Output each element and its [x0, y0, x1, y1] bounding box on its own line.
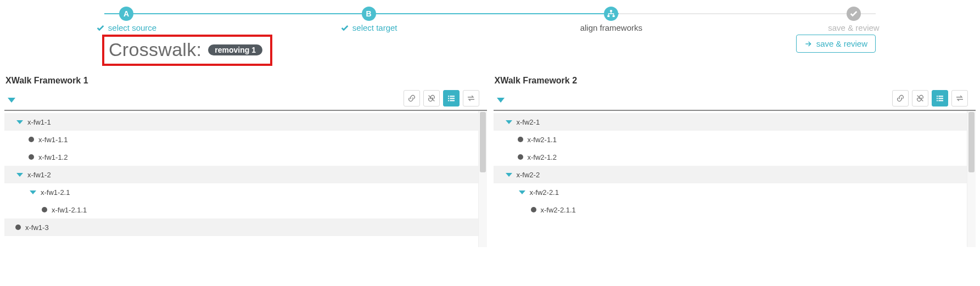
step-select-source[interactable]: A select source [93, 7, 159, 32]
list-button[interactable] [443, 90, 460, 106]
tree-node[interactable]: x-fw1-1 [4, 113, 487, 131]
tree-node[interactable]: x-fw1-3 [4, 218, 487, 236]
tree-node[interactable]: x-fw2-1.1 [494, 131, 976, 148]
link-button[interactable] [892, 90, 909, 106]
tree-container: x-fw1-1x-fw1-1.1x-fw1-1.2x-fw1-2x-fw1-2.… [4, 110, 487, 247]
scrollbar-thumb[interactable] [480, 112, 486, 172]
step-label-text: select target [352, 23, 397, 32]
link-button[interactable] [404, 90, 420, 106]
tree-node[interactable]: x-fw1-1.1 [4, 131, 487, 148]
org-chart-icon [607, 9, 615, 18]
node-label: x-fw2-1.1 [528, 136, 557, 144]
status-pill: removing 1 [208, 44, 262, 55]
tree-node[interactable]: x-fw1-2.1.1 [4, 201, 487, 218]
node-label: x-fw1-2 [27, 171, 51, 179]
leaf-dot-icon [518, 137, 523, 142]
node-label: x-fw1-2.1 [41, 188, 70, 197]
svg-rect-12 [938, 98, 943, 99]
step-save-review[interactable]: save & review [821, 7, 887, 32]
svg-rect-0 [610, 10, 612, 12]
step-label: select target [340, 23, 397, 32]
tree-node[interactable]: x-fw2-1 [494, 113, 976, 131]
unlink-button[interactable] [912, 90, 928, 106]
svg-rect-14 [938, 100, 943, 101]
node-label: x-fw1-3 [25, 223, 49, 232]
panel-title: XWalk Framework 2 [495, 76, 976, 86]
list-icon [936, 94, 944, 103]
swap-button[interactable] [463, 90, 479, 106]
panel-title: XWalk Framework 1 [5, 76, 487, 86]
check-icon [340, 24, 349, 32]
step-badge-save [847, 7, 861, 21]
svg-rect-5 [448, 98, 449, 99]
expand-toggle[interactable] [519, 190, 525, 194]
step-badge-a: A [119, 7, 133, 21]
tree-container: x-fw2-1x-fw2-1.1x-fw2-1.2x-fw2-2x-fw2-2.… [494, 110, 976, 247]
step-label: align frameworks [580, 23, 642, 32]
svg-rect-3 [448, 96, 449, 97]
leaf-dot-icon [42, 207, 47, 212]
list-button[interactable] [932, 90, 948, 106]
scrollbar[interactable] [967, 111, 976, 247]
unlink-icon [916, 94, 925, 103]
panel-toolbar [404, 90, 487, 106]
panel-toolbar [892, 90, 976, 106]
svg-rect-4 [450, 96, 455, 97]
step-select-target[interactable]: B select target [336, 7, 402, 32]
svg-rect-11 [937, 98, 938, 99]
expand-toggle[interactable] [506, 173, 512, 177]
tree-node[interactable]: x-fw1-2 [4, 166, 487, 183]
tree-node[interactable]: x-fw2-2 [494, 166, 976, 183]
collapse-all-toggle[interactable] [497, 98, 505, 103]
tree-node[interactable]: x-fw2-1.2 [494, 148, 976, 166]
unlink-icon [427, 94, 436, 103]
tree: x-fw2-1x-fw2-1.1x-fw2-1.2x-fw2-2x-fw2-2.… [494, 111, 976, 218]
step-label-text: align frameworks [580, 23, 642, 32]
page-title: Crosswalk: [109, 39, 201, 60]
svg-rect-9 [937, 96, 938, 97]
collapse-all-toggle[interactable] [8, 98, 15, 103]
framework-panel: XWalk Framework 1x-fw1-1x-fw1-1.1x-fw1-1… [4, 76, 487, 247]
svg-rect-1 [608, 15, 610, 17]
panel-header [4, 89, 487, 108]
step-badge-b: B [362, 7, 376, 21]
link-icon [896, 94, 905, 103]
scrollbar-thumb[interactable] [968, 112, 975, 172]
swap-button[interactable] [951, 90, 968, 106]
panel-header [494, 89, 976, 108]
swap-icon [467, 94, 475, 103]
unlink-button[interactable] [423, 90, 440, 106]
node-label: x-fw2-1.2 [528, 153, 557, 161]
leaf-dot-icon [29, 154, 34, 160]
check-icon [849, 9, 858, 18]
save-review-button[interactable]: save & review [796, 35, 876, 53]
stepper-track [104, 13, 876, 14]
tree-node[interactable]: x-fw1-2.1 [4, 183, 487, 201]
node-label: x-fw1-1 [27, 118, 51, 126]
node-label: x-fw1-1.1 [38, 136, 68, 144]
tree-node[interactable]: x-fw2-2.1 [494, 183, 976, 201]
scrollbar[interactable] [478, 111, 487, 247]
step-label: save & review [828, 23, 879, 32]
svg-rect-2 [613, 15, 615, 17]
leaf-dot-icon [15, 225, 21, 230]
expand-toggle[interactable] [506, 120, 512, 124]
swap-icon [955, 94, 964, 103]
svg-rect-6 [450, 98, 455, 99]
step-label-text: select source [108, 23, 156, 32]
step-label: select source [96, 23, 156, 32]
node-label: x-fw1-2.1.1 [52, 206, 87, 214]
tree-node[interactable]: x-fw2-2.1.1 [494, 201, 976, 218]
expand-toggle[interactable] [16, 120, 23, 124]
check-icon [96, 24, 105, 32]
step-align-frameworks[interactable]: align frameworks [578, 7, 644, 32]
arrow-right-icon [804, 40, 812, 48]
tree: x-fw1-1x-fw1-1.1x-fw1-1.2x-fw1-2x-fw1-2.… [4, 111, 487, 236]
node-label: x-fw2-1 [517, 118, 540, 126]
leaf-dot-icon [518, 154, 523, 160]
expand-toggle[interactable] [16, 173, 23, 177]
tree-node[interactable]: x-fw1-1.2 [4, 148, 487, 166]
leaf-dot-icon [531, 207, 536, 212]
expand-toggle[interactable] [30, 190, 36, 194]
framework-panel: XWalk Framework 2x-fw2-1x-fw2-1.1x-fw2-1… [494, 76, 976, 247]
